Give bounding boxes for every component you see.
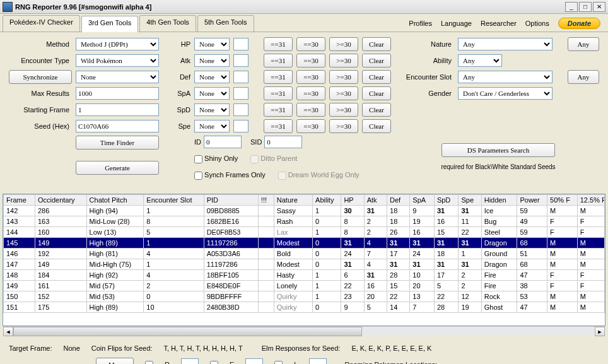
iv-Atk-clear-button[interactable]: Clear bbox=[362, 54, 391, 68]
tab-3[interactable]: 5th Gen Tools bbox=[197, 15, 254, 32]
shiny-only-checkbox[interactable] bbox=[194, 155, 202, 163]
iv-HP-clear-button[interactable]: Clear bbox=[362, 37, 391, 51]
col-header[interactable]: Ability bbox=[313, 195, 341, 206]
iv-SpD-ge30-button[interactable]: >=30 bbox=[329, 103, 358, 117]
scroll-left-icon[interactable]: ◄ bbox=[3, 327, 13, 336]
col-header[interactable]: Chatot Pitch bbox=[86, 195, 144, 206]
iv-HP-op-select[interactable]: None bbox=[194, 38, 230, 50]
synchronize-button[interactable]: Synchronize bbox=[9, 70, 72, 84]
generate-button[interactable]: Generate bbox=[76, 161, 159, 175]
synchronize-select[interactable]: None bbox=[76, 71, 159, 83]
table-row[interactable]: 148184High (92)418BFF105Hasty16312810172… bbox=[4, 270, 605, 281]
col-header[interactable]: 50% F bbox=[547, 195, 578, 206]
roam-e-checkbox[interactable] bbox=[210, 361, 218, 365]
iv-Atk-eq31-button[interactable]: ==31 bbox=[264, 54, 293, 68]
results-table-wrap[interactable]: FrameOccidentaryChatot PitchEncounter Sl… bbox=[3, 194, 605, 326]
col-header[interactable]: Def bbox=[387, 195, 410, 206]
seed-hex-input[interactable] bbox=[76, 120, 159, 132]
iv-Def-clear-button[interactable]: Clear bbox=[362, 70, 391, 84]
tab-2[interactable]: 4th Gen Tools bbox=[139, 15, 196, 32]
horizontal-scrollbar[interactable]: ◄ ► bbox=[3, 326, 605, 336]
time-finder-button[interactable]: Time Finder bbox=[76, 136, 159, 150]
iv-SpD-op-select[interactable]: None bbox=[194, 103, 230, 116]
donate-button[interactable]: Donate bbox=[558, 18, 600, 29]
encslot-any-button[interactable]: Any bbox=[568, 70, 599, 84]
table-row[interactable]: 142286High (94)109BD8885Sassy13031189313… bbox=[4, 206, 605, 216]
table-row[interactable]: 150152Mid (53)09BDBFFFFQuirky12320221322… bbox=[4, 291, 605, 302]
ability-select[interactable]: Any bbox=[458, 54, 502, 67]
map-button[interactable]: Map bbox=[96, 358, 134, 364]
nature-any-button[interactable]: Any bbox=[568, 37, 599, 51]
method-select[interactable]: Method J (DPPt) bbox=[76, 38, 159, 50]
table-row[interactable]: 146192High (81)4A053D3A6Bold02471724181G… bbox=[4, 249, 605, 259]
iv-Spe-op-select[interactable]: None bbox=[194, 120, 230, 132]
table-row[interactable]: 145149High (89)111197286Modest0314313131… bbox=[4, 238, 605, 249]
iv-SpA-eq31-button[interactable]: ==31 bbox=[264, 86, 293, 100]
id-input[interactable] bbox=[204, 136, 242, 148]
scroll-thumb[interactable] bbox=[13, 327, 362, 336]
tab-0[interactable]: Pokédex-IV Checker bbox=[3, 15, 80, 32]
iv-HP-eq30-button[interactable]: ==30 bbox=[296, 37, 325, 51]
iv-HP-eq31-button[interactable]: ==31 bbox=[264, 37, 293, 51]
iv-SpA-eq30-button[interactable]: ==30 bbox=[296, 86, 325, 100]
col-header[interactable]: Hidden bbox=[481, 195, 517, 206]
scroll-right-icon[interactable]: ► bbox=[595, 327, 605, 336]
iv-Spe-eq31-button[interactable]: ==31 bbox=[264, 119, 293, 133]
tab-1[interactable]: 3rd Gen Tools bbox=[81, 16, 138, 32]
encounter-slot-select[interactable]: Any bbox=[458, 71, 552, 83]
iv-Def-eq30-button[interactable]: ==30 bbox=[296, 70, 325, 84]
minimize-button[interactable]: _ bbox=[565, 2, 578, 12]
iv-SpD-val-input[interactable] bbox=[233, 103, 248, 116]
col-header[interactable]: Frame bbox=[4, 195, 35, 206]
maximize-button[interactable]: □ bbox=[579, 2, 592, 12]
table-row[interactable]: 149161Mid (57)2E848DE0FLonely12216152052… bbox=[4, 281, 605, 291]
ds-parameters-button[interactable]: DS Parameters Search bbox=[441, 143, 555, 157]
col-header[interactable]: Occidentary bbox=[35, 195, 86, 206]
iv-Atk-ge30-button[interactable]: >=30 bbox=[329, 54, 358, 68]
table-row[interactable]: 143163Mid-Low (28)81682BE16Rash082181916… bbox=[4, 216, 605, 227]
roam-r-input[interactable] bbox=[181, 358, 199, 364]
iv-Atk-op-select[interactable]: None bbox=[194, 54, 230, 67]
roam-r-checkbox[interactable] bbox=[145, 361, 153, 365]
roam-e-input[interactable] bbox=[245, 358, 263, 364]
encounter-type-select[interactable]: Wild Pokémon bbox=[76, 54, 159, 67]
iv-HP-val-input[interactable] bbox=[233, 38, 248, 50]
menu-researcher[interactable]: Researcher bbox=[481, 20, 517, 27]
iv-Atk-eq30-button[interactable]: ==30 bbox=[296, 54, 325, 68]
menu-language[interactable]: Language bbox=[441, 20, 472, 27]
iv-Spe-eq30-button[interactable]: ==30 bbox=[296, 119, 325, 133]
iv-HP-ge30-button[interactable]: >=30 bbox=[329, 37, 358, 51]
iv-SpD-eq31-button[interactable]: ==31 bbox=[264, 103, 293, 117]
nature-select[interactable]: Any bbox=[458, 38, 552, 50]
col-header[interactable]: Power bbox=[517, 195, 547, 206]
menu-profiles[interactable]: Profiles bbox=[409, 20, 432, 27]
col-header[interactable]: 12.5% F bbox=[577, 195, 604, 206]
iv-Spe-clear-button[interactable]: Clear bbox=[362, 119, 391, 133]
max-results-input[interactable] bbox=[76, 87, 159, 100]
col-header[interactable]: !!! bbox=[258, 195, 274, 206]
iv-Def-val-input[interactable] bbox=[233, 71, 248, 83]
iv-Def-eq31-button[interactable]: ==31 bbox=[264, 70, 293, 84]
sid-input[interactable] bbox=[264, 136, 302, 148]
table-row[interactable]: 144160Low (13)5DE0F8B53Lax18226161522Ste… bbox=[4, 227, 605, 238]
iv-SpA-ge30-button[interactable]: >=30 bbox=[329, 86, 358, 100]
iv-Spe-ge30-button[interactable]: >=30 bbox=[329, 119, 358, 133]
gender-select[interactable]: Don't Care / Genderless bbox=[458, 87, 552, 100]
synch-frames-checkbox[interactable] bbox=[194, 172, 202, 180]
table-row[interactable]: 151175High (89)102480B38DQuirky095147281… bbox=[4, 302, 605, 313]
starting-frame-input[interactable] bbox=[76, 103, 159, 116]
col-header[interactable]: Nature bbox=[274, 195, 312, 206]
col-header[interactable]: Encounter Slot bbox=[144, 195, 204, 206]
iv-SpA-val-input[interactable] bbox=[233, 87, 248, 100]
col-header[interactable]: HP bbox=[341, 195, 364, 206]
table-row[interactable]: 147149Mid-High (75)111197286Modest031431… bbox=[4, 259, 605, 270]
roam-l-input[interactable] bbox=[309, 358, 327, 364]
col-header[interactable]: Spe bbox=[459, 195, 481, 206]
iv-SpA-op-select[interactable]: None bbox=[194, 87, 230, 100]
iv-SpD-eq30-button[interactable]: ==30 bbox=[296, 103, 325, 117]
col-header[interactable]: PID bbox=[204, 195, 258, 206]
roam-l-checkbox[interactable] bbox=[274, 361, 283, 365]
iv-SpD-clear-button[interactable]: Clear bbox=[362, 103, 391, 117]
col-header[interactable]: SpA bbox=[410, 195, 435, 206]
iv-Def-op-select[interactable]: None bbox=[194, 71, 230, 83]
